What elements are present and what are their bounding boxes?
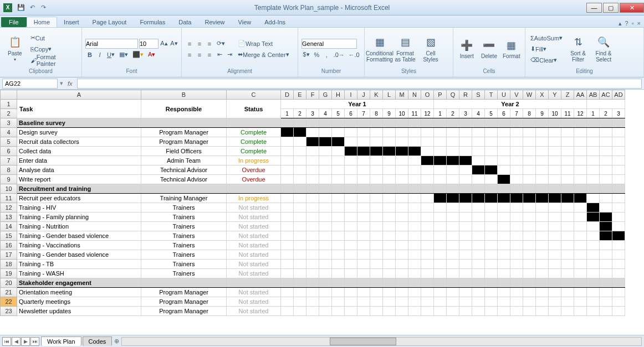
gantt-cell[interactable] [294,213,306,222]
currency-icon[interactable]: $▾ [301,50,311,59]
horizontal-scrollbar[interactable] [121,337,642,346]
gantt-cell[interactable] [510,241,523,250]
window-close-icon[interactable]: × [637,20,641,27]
gantt-cell[interactable] [536,156,549,165]
last-sheet-button[interactable]: ⏭ [30,337,39,346]
gantt-cell[interactable] [357,260,370,269]
gantt-cell[interactable] [357,203,370,213]
gantt-cell[interactable] [294,156,306,165]
col-header-L[interactable]: L [383,90,396,100]
ribbon-tab-review[interactable]: Review [198,17,231,27]
gantt-cell[interactable] [319,147,332,156]
sheet-tab-work-plan[interactable]: Work Plan [41,336,81,346]
gantt-cell[interactable] [421,250,434,260]
increase-font-icon[interactable]: A▴ [160,39,168,48]
gantt-cell[interactable] [612,165,625,175]
gantt-cell[interactable] [612,194,625,203]
gantt-cell[interactable] [549,128,561,137]
gantt-cell[interactable] [472,203,485,213]
gantt-cell[interactable] [396,137,408,147]
gantt-cell[interactable] [281,128,294,137]
gantt-cell[interactable] [306,307,319,316]
gantt-cell[interactable] [332,231,345,241]
gantt-cell[interactable] [498,231,510,241]
gantt-cell[interactable] [447,307,459,316]
gantt-cell[interactable] [396,222,408,231]
gantt-cell[interactable] [383,165,396,175]
gantt-cell[interactable] [561,250,574,260]
gantt-cell[interactable] [294,222,306,231]
cut-button[interactable]: ✂ Cut [29,34,47,43]
help-icon[interactable]: ? [625,20,628,27]
gantt-cell[interactable] [574,147,587,156]
gantt-cell[interactable] [447,222,459,231]
gantt-cell[interactable] [332,175,345,184]
gantt-cell[interactable] [510,147,523,156]
gantt-cell[interactable] [434,307,447,316]
gantt-cell[interactable] [370,250,383,260]
gantt-cell[interactable] [421,156,434,165]
gantt-cell[interactable] [447,260,459,269]
gantt-cell[interactable] [549,231,561,241]
gantt-cell[interactable] [600,165,612,175]
gantt-cell[interactable] [306,156,319,165]
gantt-cell[interactable] [574,260,587,269]
gantt-cell[interactable] [561,297,574,307]
gantt-cell[interactable] [306,213,319,222]
gantt-cell[interactable] [357,269,370,278]
gantt-cell[interactable] [472,250,485,260]
row-header-18[interactable]: 18 [1,260,17,269]
gantt-cell[interactable] [383,194,396,203]
gantt-cell[interactable] [370,194,383,203]
gantt-cell[interactable] [281,175,294,184]
gantt-cell[interactable] [281,231,294,241]
col-header-S[interactable]: S [472,90,485,100]
gantt-cell[interactable] [485,269,498,278]
gantt-cell[interactable] [370,231,383,241]
gantt-cell[interactable] [523,288,536,297]
task-name[interactable]: Newsletter updates [17,307,141,316]
gantt-cell[interactable] [306,203,319,213]
task-responsible[interactable]: Trainers [141,260,227,269]
gantt-cell[interactable] [510,137,523,147]
gantt-cell[interactable] [357,307,370,316]
gantt-cell[interactable] [587,175,600,184]
gantt-cell[interactable] [600,194,612,203]
gantt-cell[interactable] [574,269,587,278]
gantt-cell[interactable] [396,288,408,297]
gantt-cell[interactable] [345,128,357,137]
fill-button[interactable]: ⬇ Fill ▾ [529,45,548,54]
gantt-cell[interactable] [434,288,447,297]
orientation-icon[interactable]: ⟳▾ [215,39,227,48]
task-name[interactable]: Write report [17,175,141,184]
gantt-cell[interactable] [523,222,536,231]
gantt-cell[interactable] [523,128,536,137]
gantt-cell[interactable] [345,194,357,203]
gantt-cell[interactable] [472,175,485,184]
next-sheet-button[interactable]: ▶ [21,337,30,346]
gantt-cell[interactable] [281,250,294,260]
gantt-cell[interactable] [357,297,370,307]
gantt-cell[interactable] [281,213,294,222]
gantt-cell[interactable] [510,231,523,241]
gantt-cell[interactable] [523,231,536,241]
gantt-cell[interactable] [306,241,319,250]
col-header-A[interactable]: A [17,90,141,100]
gantt-cell[interactable] [345,175,357,184]
section-title[interactable]: Stakeholder engagement [17,278,141,288]
align-center-icon[interactable]: ≡ [195,50,204,59]
gantt-cell[interactable] [459,297,472,307]
gantt-cell[interactable] [345,137,357,147]
task-status[interactable]: Not started [227,241,281,250]
gantt-cell[interactable] [319,222,332,231]
gantt-cell[interactable] [536,203,549,213]
gantt-cell[interactable] [281,222,294,231]
gantt-cell[interactable] [447,156,459,165]
gantt-cell[interactable] [332,137,345,147]
gantt-cell[interactable] [421,241,434,250]
font-size-input[interactable] [139,39,159,49]
worksheet[interactable]: ABCDEFGHIJKLMNOPQRSTUVWXYZAAABACAD1TaskR… [0,90,644,335]
gantt-cell[interactable] [612,137,625,147]
ribbon-tab-insert[interactable]: Insert [57,17,86,27]
gantt-cell[interactable] [485,165,498,175]
